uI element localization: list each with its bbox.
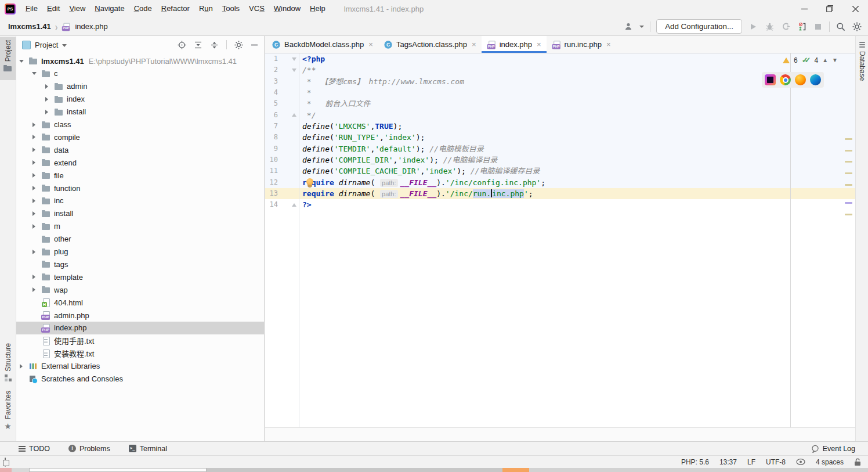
chevron-right-icon[interactable] (32, 122, 35, 127)
add-configuration-button[interactable]: Add Configuration... (656, 19, 742, 34)
hide-panel-icon[interactable] (251, 41, 258, 49)
menu-tools[interactable]: Tools (218, 0, 244, 17)
code-line-11[interactable]: 11define('COMPILE_CACHE_DIR','index'); /… (265, 165, 855, 176)
chevron-right-icon[interactable] (20, 364, 23, 369)
tree-item-external-libraries[interactable]: External Libraries (16, 360, 264, 373)
expand-all-icon[interactable] (194, 41, 202, 49)
tree-item-404.html[interactable]: 404.html (16, 296, 264, 309)
stripe-warning-mark[interactable] (845, 184, 852, 186)
lock-icon[interactable] (854, 458, 861, 466)
tab-close-icon[interactable]: × (606, 40, 611, 49)
chevron-right-icon[interactable] (32, 199, 35, 203)
chevron-right-icon[interactable] (45, 97, 48, 102)
chevron-right-icon[interactable] (32, 275, 35, 279)
tree-item-extend[interactable]: extend (16, 156, 264, 169)
tree-item-admin.php[interactable]: admin.php (16, 309, 264, 322)
tab-close-icon[interactable]: × (537, 40, 541, 49)
menu-view[interactable]: View (64, 0, 90, 17)
tree-item-file[interactable]: file (16, 169, 264, 182)
attach-debugger-icon[interactable] (797, 21, 807, 32)
inspection-widget[interactable]: 6 ✓✓ 4 ▲ ▼ (783, 56, 838, 64)
status-indent[interactable]: 4 spaces (816, 458, 844, 466)
coverage-icon[interactable] (780, 21, 791, 32)
chevron-right-icon[interactable] (32, 135, 35, 139)
stripe-warning-mark[interactable] (845, 150, 852, 152)
tree-item-function[interactable]: function (16, 182, 264, 194)
breadcrumb-file[interactable]: index.php (75, 22, 107, 31)
tree-item-admin[interactable]: admin (16, 80, 264, 93)
edge-icon[interactable] (810, 74, 821, 85)
editor-tab-run.inc.php[interactable]: run.inc.php× (547, 36, 616, 53)
menu-navigate[interactable]: Navigate (90, 0, 129, 17)
chevron-right-icon[interactable] (32, 147, 35, 152)
tree-item-scratches-and-consoles[interactable]: Scratches and Consoles (16, 373, 264, 385)
stripe-tab-database[interactable]: Database (856, 38, 868, 96)
next-problem-icon[interactable]: ▼ (832, 57, 838, 63)
tree-item-wap[interactable]: wap (16, 283, 264, 296)
menu-code[interactable]: Code (129, 0, 157, 17)
fold-marker-icon[interactable] (292, 113, 296, 117)
minimize-button[interactable] (791, 0, 817, 17)
code-line-14[interactable]: 14?> (265, 199, 855, 210)
editor-tab-index.php[interactable]: index.php× (482, 36, 547, 53)
code-line-6[interactable]: 6 */ (265, 110, 855, 121)
code-line-8[interactable]: 8define('RUN_TYPE','index'); (265, 132, 855, 143)
project-panel-title[interactable]: Project (35, 41, 58, 49)
stripe-info-mark[interactable] (845, 202, 852, 204)
chevron-right-icon[interactable] (32, 160, 35, 165)
collapse-all-icon[interactable] (210, 41, 219, 49)
tool-windows-toggle[interactable] (5, 458, 6, 466)
chevron-down-icon[interactable] (639, 26, 644, 28)
menu-edit[interactable]: Edit (42, 0, 64, 17)
fold-marker-icon[interactable] (292, 69, 296, 72)
status-caret-position[interactable]: 13:37 (719, 458, 737, 466)
stripe-tab-project[interactable]: Project (0, 37, 16, 80)
code-editor[interactable]: 1<?php2/**3 * 【梦想cms】 http://www.lmxcms.… (265, 53, 855, 427)
stripe-warning-mark[interactable] (845, 138, 852, 140)
status-encoding[interactable]: UTF-8 (766, 458, 786, 466)
tree-item-inc[interactable]: inc (16, 194, 264, 207)
firefox-icon[interactable] (795, 74, 806, 85)
code-line-12[interactable]: 12require dirname( path:__FILE__).'/inc/… (265, 177, 855, 188)
tree-item-compile[interactable]: compile (16, 131, 264, 143)
code-line-4[interactable]: 4 * (265, 87, 855, 98)
stripe-tab-favorites[interactable]: Favorites ★ (0, 388, 16, 435)
code-line-5[interactable]: 5 * 前台入口文件 (265, 98, 855, 109)
tree-item-安装教程.txt[interactable]: 安装教程.txt (16, 347, 264, 360)
event-log-button[interactable]: Event Log (811, 445, 855, 453)
menu-vcs[interactable]: VCS (244, 0, 269, 17)
tree-item-install[interactable]: install (16, 207, 264, 220)
stripe-warning-mark[interactable] (845, 161, 852, 163)
chevron-down-icon[interactable] (62, 44, 67, 47)
menu-window[interactable]: Window (269, 0, 305, 17)
chevron-right-icon[interactable] (45, 110, 48, 114)
panel-settings-gear-icon[interactable] (234, 41, 243, 49)
intention-lightbulb-icon[interactable] (306, 178, 313, 185)
terminal-tab[interactable]: >_ Terminal (129, 445, 167, 453)
settings-gear-icon[interactable] (852, 21, 862, 32)
fold-marker-icon[interactable] (292, 57, 296, 61)
status-php-version[interactable]: PHP: 5.6 (681, 458, 709, 466)
tree-item-m[interactable]: m (16, 220, 264, 233)
editor-tab-backdbmodel.class.php[interactable]: BackdbModel.class.php× (266, 36, 378, 53)
tab-close-icon[interactable]: × (368, 40, 373, 49)
fold-marker-icon[interactable] (292, 203, 296, 207)
code-line-9[interactable]: 9define('TEMDIR','default'); //电脑模板目录 (265, 143, 855, 154)
code-line-7[interactable]: 7define('LMXCMS',TRUE); (265, 121, 855, 132)
status-line-ending[interactable]: LF (747, 458, 755, 466)
chevron-down-icon[interactable] (32, 72, 37, 75)
locate-file-icon[interactable] (178, 41, 186, 49)
code-line-1[interactable]: 1<?php (265, 53, 855, 64)
tab-close-icon[interactable]: × (472, 40, 476, 49)
tree-item-lmxcms1.41[interactable]: lmxcms1.41E:\phpstudy\PHPTutorial\WWW\lm… (16, 55, 264, 67)
chrome-icon[interactable] (780, 74, 791, 85)
tree-item-plug[interactable]: plug (16, 246, 264, 258)
prev-problem-icon[interactable]: ▲ (822, 57, 828, 63)
tree-item-tags[interactable]: tags (16, 258, 264, 271)
highlighting-eye-icon[interactable] (796, 459, 805, 465)
debug-icon[interactable] (764, 21, 775, 32)
tree-item-index.php[interactable]: index.php (16, 322, 264, 334)
stripe-tab-structure[interactable]: Structure (0, 340, 16, 381)
todo-tab[interactable]: TODO (19, 445, 50, 453)
chevron-right-icon[interactable] (32, 173, 35, 178)
